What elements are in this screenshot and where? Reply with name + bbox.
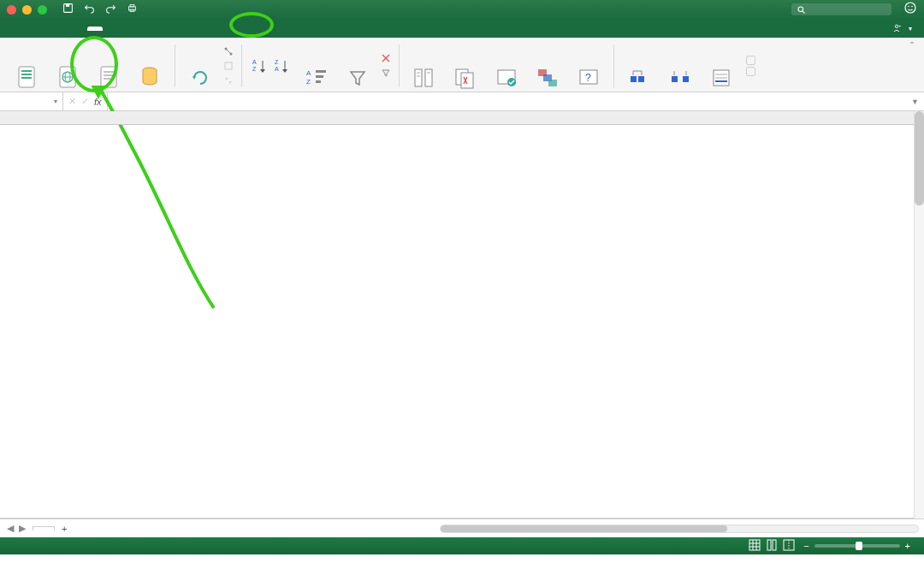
title-bar [0,0,924,19]
sort-button[interactable]: AZ [297,40,336,92]
svg-rect-57 [631,76,637,82]
svg-rect-72 [773,540,776,550]
undo-icon[interactable] [84,2,95,17]
advanced-filter-button[interactable] [381,66,394,80]
search-sheet-box[interactable] [791,3,891,15]
cancel-formula-icon[interactable]: ✕ [68,96,76,107]
svg-rect-59 [672,76,678,82]
spreadsheet-grid[interactable] [0,111,924,519]
svg-rect-54 [548,80,557,86]
svg-rect-40 [316,70,326,73]
fx-icon[interactable]: fx [94,97,102,107]
share-button[interactable]: + ▾ [891,23,912,33]
new-database-query-button[interactable] [130,40,169,92]
consolidate-button[interactable] [528,40,567,92]
sheet-tab[interactable] [33,526,55,530]
svg-rect-42 [316,80,321,83]
sheet-nav-next-icon[interactable]: ▶ [19,523,26,534]
name-box[interactable]: ▾ [0,92,63,110]
sort-za-button[interactable]: ZA [270,40,295,92]
from-filemaker-button[interactable] [7,40,46,92]
filter-button[interactable] [338,40,377,92]
close-window-button[interactable] [7,5,16,15]
svg-line-6 [803,10,805,13]
clear-filter-button[interactable] [381,51,394,65]
horizontal-scrollbar[interactable] [74,524,924,533]
svg-point-8 [908,6,909,8]
formula-bar: ▾ ✕ ✓ fx ▼ [0,92,924,111]
ungroup-button[interactable] [660,40,700,92]
text-to-columns-button[interactable] [405,40,444,92]
vertical-scrollbar[interactable] [914,111,924,519]
edit-links-button[interactable] [223,74,236,87]
view-page-break-icon[interactable] [783,539,795,553]
redo-icon[interactable] [105,2,116,17]
search-input[interactable] [809,4,886,15]
quick-access-toolbar [62,2,138,17]
fullscreen-window-button[interactable] [38,5,47,15]
from-text-button[interactable] [89,40,128,92]
svg-rect-49 [461,73,473,88]
expand-formula-bar-icon[interactable]: ▼ [906,98,924,106]
svg-rect-71 [767,540,771,550]
svg-rect-14 [21,74,32,75]
svg-line-28 [227,50,230,53]
svg-text:Z: Z [275,59,279,65]
feedback-icon[interactable] [903,1,917,18]
svg-rect-1 [66,4,69,7]
view-normal-icon[interactable] [749,539,761,553]
tab-data[interactable] [87,27,103,31]
hide-detail-button[interactable] [746,67,759,76]
svg-text:Z: Z [252,66,257,72]
svg-rect-58 [638,76,644,82]
ribbon: AZ ZA AZ ? ˆ [0,38,924,92]
svg-point-9 [911,6,913,8]
view-page-layout-icon[interactable] [766,539,778,553]
subtotal-button[interactable] [702,40,741,92]
svg-point-5 [798,7,803,12]
status-bar: − + [0,537,924,554]
svg-text:+: + [898,23,901,28]
refresh-all-button[interactable] [181,40,220,92]
svg-marker-25 [192,76,196,80]
svg-rect-41 [316,75,323,78]
svg-rect-43 [415,69,422,86]
from-html-button[interactable] [48,40,87,92]
svg-text:A: A [252,59,257,65]
what-if-analysis-button[interactable]: ? [569,40,608,92]
svg-marker-37 [282,69,287,73]
group-button[interactable] [619,40,659,92]
zoom-out-button[interactable]: − [803,541,808,551]
svg-text:A: A [306,69,311,77]
data-validation-button[interactable] [487,40,526,92]
sheet-tab-bar: ◀ ▶ + [0,519,924,537]
remove-duplicates-button[interactable] [446,40,485,92]
svg-rect-29 [225,62,232,69]
properties-button[interactable] [223,59,236,73]
svg-marker-33 [260,69,265,73]
sheet-nav-prev-icon[interactable]: ◀ [7,523,14,534]
svg-text:A: A [275,66,279,72]
collapse-ribbon-icon[interactable]: ˆ [907,39,917,55]
add-sheet-button[interactable]: + [55,524,74,534]
zoom-slider[interactable] [814,544,900,548]
connections-button[interactable] [223,44,236,58]
svg-rect-60 [683,76,689,82]
svg-text:Z: Z [306,78,311,86]
svg-rect-3 [130,4,134,6]
svg-rect-13 [21,70,32,72]
svg-point-10 [895,25,897,27]
svg-point-7 [905,3,915,13]
window-controls [7,5,47,15]
svg-rect-66 [749,540,760,550]
svg-rect-44 [425,69,432,86]
show-detail-button[interactable] [746,56,759,65]
zoom-in-button[interactable]: + [905,541,910,551]
ribbon-tabs: + ▾ [0,19,924,38]
svg-rect-15 [21,77,32,79]
save-icon[interactable] [62,2,74,17]
svg-text:?: ? [585,72,591,84]
print-icon[interactable] [127,2,138,17]
confirm-formula-icon[interactable]: ✓ [81,96,89,107]
minimize-window-button[interactable] [22,5,32,15]
